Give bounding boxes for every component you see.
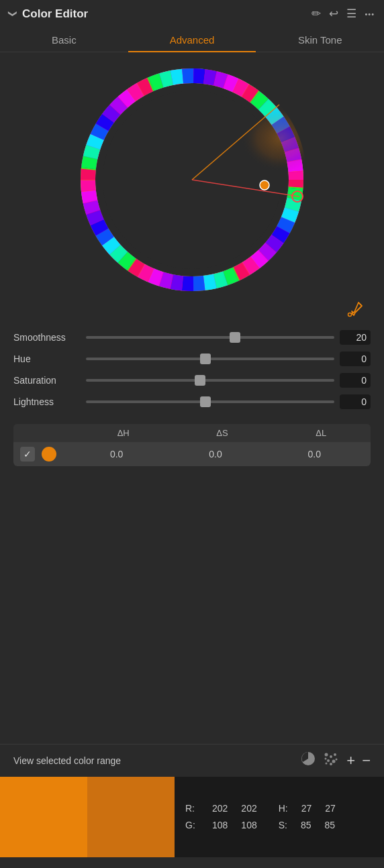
smoothness-row: Smoothness 20	[13, 330, 371, 345]
eyedropper-icon[interactable]	[346, 301, 364, 322]
collapse-icon[interactable]: ❯	[8, 10, 18, 17]
tab-skin-tone[interactable]: Skin Tone	[256, 28, 384, 52]
table-header-dl: ΔL	[272, 428, 371, 438]
svg-point-46	[326, 762, 328, 764]
saturation-label: Saturation	[13, 375, 81, 386]
color-wheel-container[interactable]	[0, 52, 384, 301]
lightness-slider[interactable]	[81, 400, 340, 403]
svg-point-45	[330, 763, 332, 765]
smoothness-value[interactable]: 20	[340, 330, 371, 345]
svg-point-41	[330, 755, 332, 758]
h-label: H:	[279, 800, 288, 817]
g-val2: 108	[241, 817, 256, 834]
hue-track[interactable]	[86, 358, 334, 360]
h-val2: 27	[325, 800, 336, 817]
color-info-row2: G: 108 108 S: 85 85	[185, 817, 373, 834]
table-header-dh: ΔH	[74, 428, 173, 438]
lightness-track[interactable]	[86, 400, 334, 403]
svg-point-38	[348, 313, 352, 317]
table-header: ΔH ΔS ΔL	[13, 424, 371, 442]
row-ds: 0.0	[166, 449, 265, 459]
svg-point-35	[260, 180, 269, 190]
h-val1: 27	[301, 800, 312, 817]
table-data-row: ✓ 0.0 0.0 0.0	[13, 442, 371, 466]
saturation-track[interactable]	[86, 379, 334, 382]
hue-row: Hue 0	[13, 351, 371, 366]
tab-basic[interactable]: Basic	[0, 28, 128, 52]
smoothness-label: Smoothness	[13, 332, 81, 343]
hue-thumb[interactable]	[200, 354, 211, 364]
saturation-value[interactable]: 0	[340, 373, 371, 388]
add-range-icon[interactable]: +	[346, 752, 355, 769]
color-info-row1: R: 202 202 H: 27 27	[185, 800, 373, 817]
s-val2: 85	[325, 817, 336, 834]
eyedropper-container	[0, 301, 384, 322]
saturation-thumb[interactable]	[195, 375, 205, 386]
svg-point-40	[325, 753, 328, 756]
menu-icon[interactable]: ☰	[346, 7, 356, 21]
svg-point-42	[334, 753, 336, 756]
r-val2: 202	[241, 800, 256, 817]
pencil-icon[interactable]: ✏︎	[311, 7, 321, 21]
hue-value[interactable]: 0	[340, 351, 371, 366]
table-spacer	[13, 428, 74, 438]
row-checkbox[interactable]: ✓	[20, 447, 35, 462]
smoothness-thumb[interactable]	[230, 332, 240, 343]
checkbox-check: ✓	[23, 449, 32, 459]
svg-point-44	[332, 759, 336, 763]
hue-slider[interactable]	[81, 358, 340, 360]
saturation-slider[interactable]	[81, 379, 340, 382]
smoothness-slider[interactable]	[81, 336, 340, 339]
sliders-section: Smoothness 20 Hue 0 Saturation	[0, 327, 384, 419]
more-icon[interactable]: •••	[365, 10, 375, 18]
saturation-row: Saturation 0	[13, 373, 371, 388]
color-wheel[interactable]	[78, 66, 306, 294]
swatch-secondary[interactable]	[87, 777, 175, 857]
s-label: S:	[279, 817, 287, 834]
bottom-controls: View selected color range + −	[0, 744, 384, 777]
panel-title: Color Editor	[22, 7, 303, 21]
pie-icon[interactable]	[301, 751, 316, 770]
svg-point-43	[327, 759, 330, 762]
row-color-dot[interactable]	[42, 447, 56, 462]
color-swatches: R: 202 202 H: 27 27 G: 108 108 S: 85 85	[0, 777, 384, 857]
s-val1: 85	[301, 817, 311, 834]
table-header-ds: ΔS	[173, 428, 271, 438]
remove-range-icon[interactable]: −	[362, 752, 371, 769]
r-label: R:	[185, 800, 199, 817]
tab-advanced[interactable]: Advanced	[128, 28, 256, 52]
lightness-row: Lightness 0	[13, 394, 371, 409]
color-wheel-svg[interactable]	[78, 66, 306, 294]
r-val1: 202	[212, 800, 228, 817]
smoothness-track[interactable]	[86, 336, 334, 339]
lightness-label: Lightness	[13, 396, 81, 407]
undo-icon[interactable]: ↩	[329, 7, 338, 21]
view-range-label: View selected color range	[13, 755, 293, 766]
header: ❯ Color Editor ✏︎ ↩ ☰ •••	[0, 0, 384, 28]
color-table: ΔH ΔS ΔL ✓ 0.0 0.0 0.0	[13, 424, 371, 466]
main-content: Smoothness 20 Hue 0 Saturation	[0, 52, 384, 857]
scatter-icon[interactable]	[324, 752, 338, 770]
g-label: G:	[185, 817, 199, 834]
lightness-value[interactable]: 0	[340, 394, 371, 409]
g-val1: 108	[212, 817, 228, 834]
lightness-thumb[interactable]	[200, 396, 211, 407]
row-dl: 0.0	[265, 449, 364, 459]
svg-point-47	[336, 758, 338, 760]
hue-label: Hue	[13, 354, 81, 364]
tab-bar: Basic Advanced Skin Tone	[0, 28, 384, 52]
row-dh: 0.0	[67, 449, 166, 459]
color-info: R: 202 202 H: 27 27 G: 108 108 S: 85 85	[175, 777, 384, 857]
swatch-primary[interactable]	[0, 777, 87, 857]
svg-point-48	[325, 757, 327, 759]
